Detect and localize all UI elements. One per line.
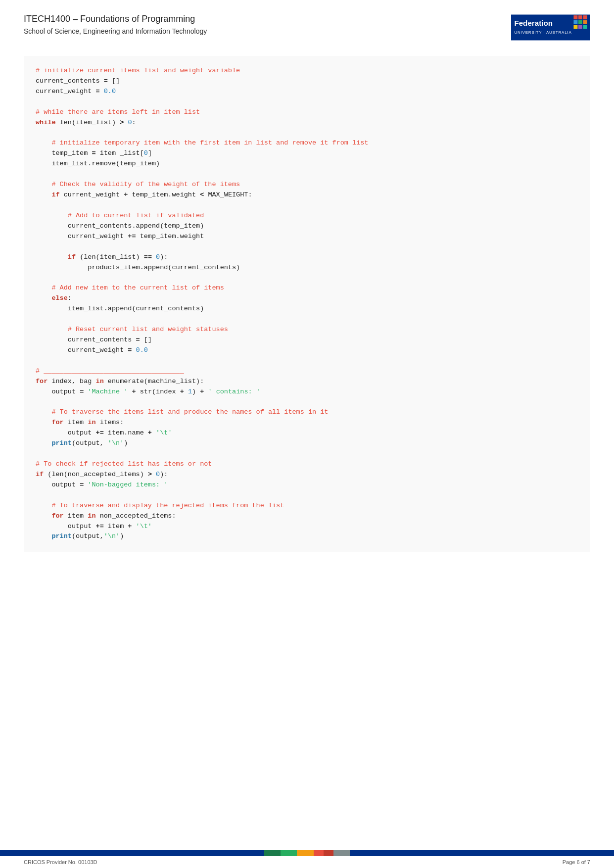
svg-text:UNIVERSITY · AUSTRALIA: UNIVERSITY · AUSTRALIA [514, 30, 571, 35]
page-title: ITECH1400 – Foundations of Programming [24, 14, 207, 24]
svg-rect-6 [578, 20, 582, 24]
svg-rect-3 [578, 15, 582, 19]
page-container: ITECH1400 – Foundations of Programming S… [0, 0, 614, 868]
footer-bar-green2 [281, 850, 297, 856]
svg-rect-9 [578, 25, 582, 29]
footer: CRICOS Provider No. 00103D Page 6 of 7 [0, 850, 614, 868]
university-logo: Federation UNIVERSITY · AUSTRALIA [511, 14, 590, 41]
svg-text:Federation: Federation [514, 19, 553, 27]
svg-rect-7 [583, 20, 587, 24]
code-block: # initialize current items list and weig… [24, 56, 590, 552]
footer-bar-green [264, 850, 281, 856]
footer-bar-blue2 [350, 850, 614, 856]
logo-container: Federation UNIVERSITY · AUSTRALIA [511, 14, 590, 41]
footer-text-row: CRICOS Provider No. 00103D Page 6 of 7 [0, 856, 614, 868]
svg-rect-2 [573, 15, 577, 19]
svg-rect-5 [573, 20, 577, 24]
footer-bar-blue [0, 850, 264, 856]
svg-rect-4 [583, 15, 587, 19]
header-left: ITECH1400 – Foundations of Programming S… [24, 14, 207, 35]
footer-bar-red [314, 850, 324, 856]
svg-rect-10 [583, 25, 587, 29]
code-area: # initialize current items list and weig… [0, 46, 614, 850]
svg-rect-8 [573, 25, 577, 29]
footer-cricos: CRICOS Provider No. 00103D [24, 859, 97, 865]
footer-page: Page 6 of 7 [563, 859, 590, 865]
footer-bar-orange [297, 850, 313, 856]
footer-bar-gray [333, 850, 350, 856]
header-subtitle: School of Science, Engineering and Infor… [24, 27, 207, 35]
footer-bar [0, 850, 614, 856]
header: ITECH1400 – Foundations of Programming S… [0, 0, 614, 46]
footer-bar-darkred [324, 850, 333, 856]
